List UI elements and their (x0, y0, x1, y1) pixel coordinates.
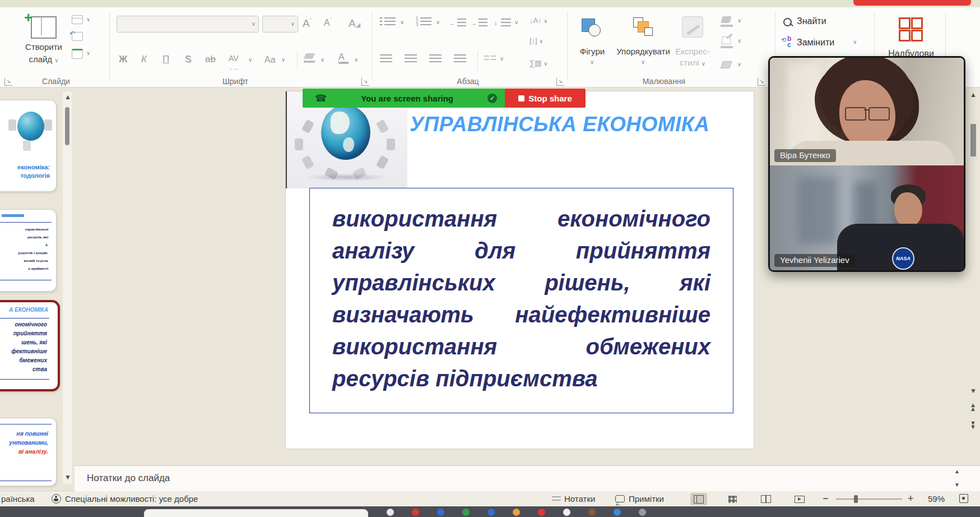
taskbar-app-icon[interactable] (462, 509, 470, 516)
slide-thumbnail-3-selected[interactable]: А ЕКОНОМІКА ономічного прийняття шень, я… (0, 300, 60, 391)
meeting-toolbar-red-bar[interactable] (853, 0, 971, 6)
bold-button[interactable]: Ж (119, 54, 127, 65)
shrink-font-button[interactable]: Aˇ (324, 17, 332, 28)
zoom-out-button[interactable]: − (823, 493, 829, 505)
taskbar-app-icon[interactable] (513, 509, 520, 516)
zoom-in-button[interactable]: + (908, 493, 914, 505)
editor-scrollbar[interactable]: ▲ ▼ ▲▲ ▼▼ (967, 91, 979, 450)
strikethrough-button[interactable]: ab (205, 54, 216, 65)
previous-slide-icon[interactable]: ▲▲ (970, 403, 976, 411)
slide-thumbnail-1[interactable]: економіка: тодологія (0, 100, 57, 192)
zoom-level[interactable]: 59% (928, 494, 945, 504)
plus-icon: + (24, 11, 32, 24)
text-direction-button[interactable]: ↓A↑ ∨ (530, 16, 548, 25)
notes-toggle[interactable]: Нотатки (552, 494, 595, 504)
scrollbar-thumb[interactable] (65, 107, 69, 145)
convert-smartart-button[interactable]: ∑▤ ∨ (530, 59, 548, 67)
align-text-button[interactable]: [↕] ∨ (530, 36, 544, 45)
clear-formatting-button[interactable]: A◢ (349, 17, 360, 30)
notes-scroll-down-icon[interactable]: ▼ (954, 482, 960, 488)
taskbar (0, 506, 980, 517)
taskbar-app-icon[interactable] (639, 509, 646, 516)
slideshow-view-button[interactable] (791, 493, 808, 505)
body-line: ресурсів підприємства (332, 363, 710, 395)
slide-title[interactable]: УПРАВЛІНСЬКА ЕКОНОМІКА (410, 113, 746, 142)
shapes-icon-circle (588, 24, 601, 36)
replace-icon: b c ⟲ (782, 36, 793, 48)
new-slide-button[interactable]: + Створити слайд ∨ (16, 13, 72, 73)
fill-bucket-icon (721, 16, 731, 23)
scroll-down-icon[interactable]: ▼ (970, 387, 977, 394)
scroll-down-icon[interactable]: ▼ (64, 474, 71, 481)
taskbar-app-icon[interactable] (387, 509, 394, 516)
font-name-combo[interactable]: ∨ (117, 16, 259, 33)
notes-panel[interactable]: Нотатки до слайда ▲ ▼ (75, 465, 980, 491)
comments-toggle[interactable]: Примітки (615, 494, 664, 504)
taskbar-search-field[interactable] (144, 509, 368, 517)
dialog-launcher-icon[interactable]: ↘ (758, 78, 765, 86)
scrollbar-thumb[interactable] (970, 124, 976, 156)
taskbar-app-icon[interactable] (588, 509, 596, 516)
font-color-button[interactable]: А (338, 52, 345, 62)
thumbnail-scrollbar[interactable]: ▲ ▼ (63, 91, 72, 484)
zoom-slider-track[interactable] (836, 498, 902, 500)
scroll-up-icon[interactable]: ▲ (64, 94, 71, 100)
new-slide-label-2: слайд (29, 54, 52, 64)
notes-scroll-up-icon[interactable]: ▲ (954, 468, 960, 475)
slide-thumbnail-2[interactable]: управлінської ресурсів, які б. родуктів … (0, 209, 57, 292)
pen-icon (304, 53, 315, 59)
taskbar-app-icon[interactable] (614, 509, 621, 516)
thumb3-header: А ЕКОНОМІКА (0, 307, 48, 313)
quick-styles-button[interactable]: Експрес- стилі ∨ (672, 14, 713, 77)
taskbar-app-icon[interactable] (563, 509, 570, 516)
participant-video-2[interactable]: NASA Yevhenii Yelizariev (770, 165, 964, 270)
body-line: аналізу для прийняття (332, 235, 710, 267)
undo-icon: ↶ (69, 30, 75, 38)
decrease-indent-button[interactable]: ← (449, 17, 456, 27)
meeting-video-panel[interactable]: Віра Бутенко NASA Yevhenii Yelizariev (768, 56, 965, 272)
italic-button[interactable]: К (141, 54, 147, 65)
taskbar-app-icon[interactable] (487, 509, 495, 516)
participant-video-1[interactable]: Віра Бутенко (770, 58, 964, 165)
thumb2-fragment: управлінської (0, 225, 48, 233)
grow-font-button[interactable]: Aˆ (303, 17, 312, 30)
taskbar-app-icon[interactable] (437, 509, 444, 516)
text-shadow-button[interactable]: S (185, 54, 191, 65)
next-slide-icon[interactable]: ▼▼ (970, 421, 976, 429)
thumbnail-pane: економіка: тодологія управлінської ресур… (0, 87, 75, 491)
status-bar: раїнська Спеціальні можливості: усе добр… (0, 491, 980, 507)
taskbar-app-icon[interactable] (412, 509, 419, 516)
chevron-down-icon[interactable]: ∨ (354, 57, 358, 63)
window-title-strip (0, 0, 980, 7)
scroll-up-icon[interactable]: ▲ (970, 91, 977, 98)
reading-view-button[interactable] (758, 493, 774, 505)
thumb4-fragment: унтованими, (0, 438, 48, 447)
accessibility-status[interactable]: Спеціальні можливості: усе добре (65, 494, 198, 504)
normal-view-button[interactable] (690, 493, 707, 505)
slide-body-textbox[interactable]: використання економічного аналізу для пр… (309, 188, 733, 413)
slide-canvas[interactable]: УПРАВЛІНСЬКА ЕКОНОМІКА використання екон… (286, 91, 754, 449)
chevron-down-icon[interactable]: ∨ (321, 57, 324, 63)
slide-thumbnail-4[interactable]: ня повинні унтованими, ві аналізу. (0, 418, 57, 486)
change-case-button[interactable]: Aa (264, 55, 276, 65)
character-spacing-button[interactable]: AV←→ (229, 54, 239, 72)
increase-indent-button[interactable]: → (471, 17, 477, 27)
font-size-combo[interactable]: ∨ (262, 16, 298, 33)
arrange-button[interactable]: Упорядкувати ∨ (615, 14, 671, 76)
zoom-slider-thumb[interactable] (854, 495, 858, 503)
stop-share-button[interactable]: Stop share (505, 89, 586, 108)
slide-sorter-view-button[interactable] (724, 493, 741, 505)
dialog-launcher-icon[interactable]: ↘ (361, 78, 369, 86)
dialog-launcher-icon[interactable]: ↘ (556, 78, 564, 86)
chevron-down-icon[interactable]: ∨ (281, 57, 285, 63)
fit-to-window-icon[interactable] (959, 494, 968, 503)
line-spacing-button[interactable]: ↕∨ (494, 17, 498, 27)
underline-button[interactable]: П (162, 54, 169, 65)
taskbar-app-icon[interactable] (538, 509, 545, 516)
shield-check-icon[interactable]: ✓ (487, 94, 497, 103)
shapes-button[interactable]: Фігури ∨ (575, 14, 610, 76)
language-indicator[interactable]: раїнська (1, 494, 35, 504)
group-label-slides: Слайди (17, 77, 95, 86)
chevron-down-icon[interactable]: ∨ (248, 57, 252, 63)
dialog-launcher-icon[interactable]: ↘ (4, 78, 12, 86)
